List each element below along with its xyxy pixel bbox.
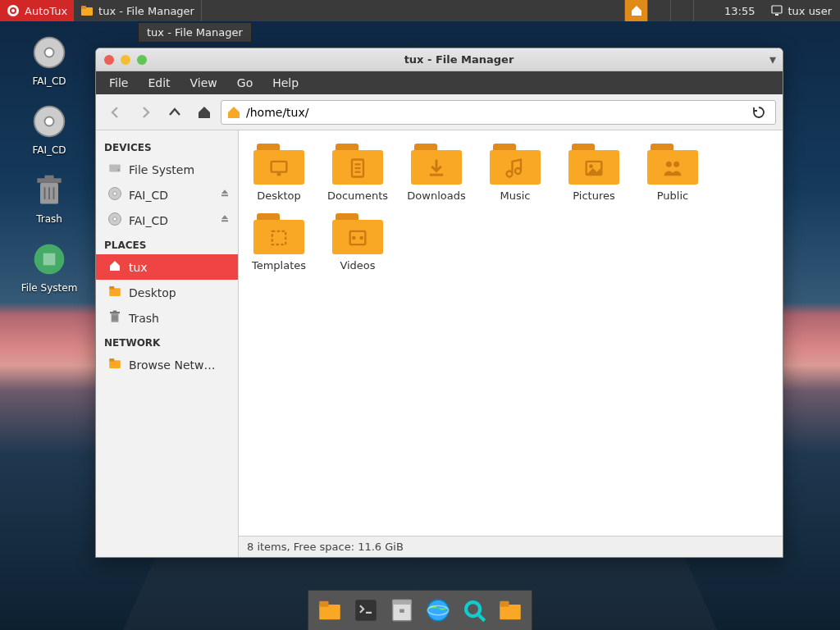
nav-up-button[interactable]: [162, 99, 188, 126]
folder-view[interactable]: Desktop Documents Downloads Music: [239, 130, 783, 536]
sidebar-header: DEVICES: [96, 135, 238, 157]
desktop-icon-disc[interactable]: FAI_CD: [8, 33, 90, 87]
folder-music[interactable]: Music: [483, 144, 547, 202]
svg-rect-4: [81, 6, 86, 9]
drive-icon: [107, 161, 122, 178]
menubar: FileEditViewGoHelp: [96, 71, 783, 94]
folder-pictures[interactable]: Pictures: [562, 144, 626, 202]
folder-templates[interactable]: Templates: [247, 213, 311, 272]
workspace-3[interactable]: [670, 0, 693, 21]
desktop-icon-label: Trash: [36, 213, 62, 225]
refresh-icon[interactable]: [747, 105, 770, 120]
sidebar-item-label: Trash: [129, 312, 159, 325]
svg-rect-5: [772, 6, 782, 13]
svg-point-56: [427, 600, 449, 621]
folder-public[interactable]: Public: [641, 144, 705, 202]
svg-rect-36: [277, 173, 281, 176]
svg-point-24: [113, 217, 117, 221]
dock-archive[interactable]: [386, 594, 418, 627]
svg-point-48: [352, 236, 356, 240]
sidebar-item-fai-cd[interactable]: FAI_CD: [96, 208, 238, 233]
sidebar-item-trash[interactable]: Trash: [96, 305, 238, 331]
dock-folder2[interactable]: [494, 594, 527, 627]
svg-rect-46: [272, 231, 285, 244]
svg-rect-26: [109, 286, 114, 290]
home-icon: [226, 105, 241, 120]
folder-icon: [107, 284, 122, 301]
window-menu-button[interactable]: ▾: [763, 52, 783, 67]
disc-icon: [30, 33, 69, 72]
taskbar-button-label: tux - File Manager: [98, 5, 194, 17]
dock-files[interactable]: [313, 594, 346, 627]
folder-label: Videos: [340, 259, 375, 272]
nav-forward-button[interactable]: [132, 99, 158, 126]
svg-point-43: [589, 164, 593, 168]
folder-desktop[interactable]: Desktop: [247, 144, 311, 202]
dock-browser[interactable]: [422, 594, 454, 627]
chevron-right-icon: [138, 105, 153, 120]
menu-edit[interactable]: Edit: [139, 74, 178, 92]
eject-button[interactable]: [218, 212, 231, 228]
folder-downloads[interactable]: Downloads: [404, 144, 468, 202]
nav-back-button[interactable]: [103, 99, 129, 126]
taskbar-tooltip: tux - File Manager: [138, 22, 252, 43]
workspace-1[interactable]: [624, 0, 647, 21]
svg-point-49: [359, 236, 363, 240]
app-menu-button[interactable]: AutoTux: [0, 0, 74, 21]
sidebar-header: NETWORK: [96, 331, 238, 352]
folder-icon: [80, 4, 94, 17]
dock-terminal[interactable]: [349, 594, 382, 627]
svg-rect-34: [109, 358, 114, 362]
sidebar-item-desktop[interactable]: Desktop: [96, 280, 238, 305]
sidebar-item-label: tux: [129, 261, 148, 274]
location-path: /home/tux/: [246, 106, 309, 119]
taskbar-button-filemanager[interactable]: tux - File Manager: [74, 0, 202, 21]
dock: [308, 590, 532, 630]
sidebar-item-fai-cd[interactable]: FAI_CD: [96, 182, 238, 208]
sidebar-item-file-system[interactable]: File System: [96, 157, 238, 182]
desktop-icon-disk[interactable]: File System: [8, 240, 90, 294]
nav-home-button[interactable]: [191, 99, 217, 126]
svg-rect-55: [399, 609, 404, 613]
svg-rect-54: [393, 600, 412, 605]
eject-button[interactable]: [218, 187, 231, 203]
desktop-icon-label: File System: [21, 282, 78, 294]
folder-icon: [332, 144, 383, 185]
disc-icon: [107, 212, 122, 229]
svg-rect-51: [319, 601, 328, 607]
svg-point-44: [666, 162, 672, 167]
desktop-icon-disc[interactable]: FAI_CD: [8, 102, 90, 156]
close-button[interactable]: [104, 55, 114, 65]
minimize-button[interactable]: [121, 55, 130, 65]
menu-help[interactable]: Help: [264, 74, 307, 92]
folder-icon: [253, 144, 304, 185]
workspace-2[interactable]: [647, 0, 670, 21]
titlebar[interactable]: tux - File Manager ▾: [96, 48, 783, 71]
file-manager-window: tux - File Manager ▾ FileEditViewGoHelp …: [95, 48, 783, 558]
dock-search[interactable]: [458, 594, 491, 627]
folder-label: Music: [500, 189, 531, 202]
folder-label: Templates: [252, 259, 306, 272]
svg-rect-35: [272, 162, 287, 172]
user-menu[interactable]: tux user: [763, 0, 840, 21]
sidebar-item-label: FAI_CD: [129, 214, 168, 227]
svg-rect-18: [43, 253, 56, 266]
sidebar-item-tux[interactable]: tux: [96, 254, 238, 280]
location-bar[interactable]: /home/tux/: [221, 100, 776, 125]
svg-point-20: [117, 169, 119, 171]
sidebar-item-browse-netw-[interactable]: Browse Netw…: [96, 352, 238, 377]
menu-file[interactable]: File: [101, 74, 136, 92]
svg-point-2: [11, 9, 15, 12]
desktop-icon-trash[interactable]: Trash: [8, 171, 90, 225]
folder-videos[interactable]: Videos: [326, 213, 390, 272]
menu-go[interactable]: Go: [229, 74, 261, 92]
home-icon: [630, 4, 643, 17]
folder-documents[interactable]: Documents: [326, 144, 390, 202]
menu-view[interactable]: View: [182, 74, 226, 92]
workspace-4[interactable]: [693, 0, 716, 21]
clock[interactable]: 13:55: [716, 0, 763, 21]
maximize-button[interactable]: [137, 55, 147, 65]
folder-icon: [411, 144, 462, 185]
trash-icon: [30, 171, 69, 210]
folder-icon: [253, 213, 304, 254]
